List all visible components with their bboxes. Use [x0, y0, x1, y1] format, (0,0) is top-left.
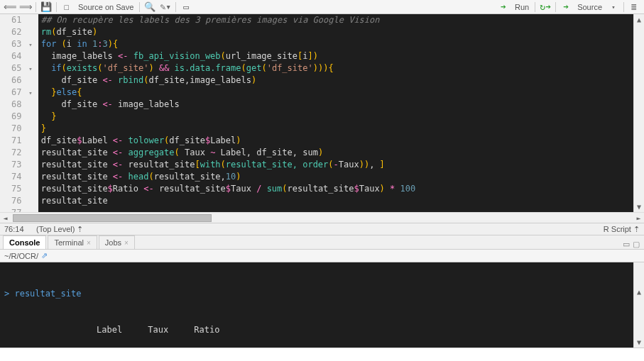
scroll-up-icon[interactable]: ▲: [634, 287, 644, 297]
toolbar-separator: [175, 2, 176, 12]
vertical-scrollbar[interactable]: ▲ ▼: [633, 14, 644, 212]
scroll-up-icon[interactable]: ▲: [634, 14, 644, 25]
scroll-left-icon[interactable]: ◄: [0, 213, 11, 223]
line-number: 64: [11, 50, 33, 62]
bottom-area: [0, 348, 644, 361]
popout-icon[interactable]: ⇗: [41, 251, 48, 260]
source-dropdown-icon[interactable]: ▾: [606, 1, 621, 13]
close-icon[interactable]: ×: [87, 239, 91, 247]
line-number: 65 ▾: [11, 62, 33, 74]
console-prompt: > resultat_site: [4, 289, 81, 299]
code-line[interactable]: df_site <- image_labels: [41, 99, 644, 111]
lang-arrows-icon: ⇡: [633, 225, 640, 233]
source-icon[interactable]: ➔: [559, 1, 573, 13]
toolbar-separator: [36, 2, 36, 12]
code-line[interactable]: resultat_site <- resultat_site[with(resu…: [41, 159, 644, 171]
save-icon[interactable]: 💾: [39, 1, 53, 13]
maximize-icon[interactable]: ▢: [633, 240, 640, 249]
line-number: 75: [11, 183, 33, 195]
toolbar-separator: [139, 2, 140, 12]
console-path: ~/R/OCR/: [4, 252, 38, 260]
code-line[interactable]: resultat_site$Ratio <- resultat_site$Tau…: [41, 183, 644, 195]
line-number: 63 ▾: [11, 38, 33, 50]
code-line[interactable]: ## On recupère les labels des 3 première…: [41, 14, 644, 26]
tab-jobs[interactable]: Jobs ×: [99, 235, 135, 249]
code-line[interactable]: resultat_site <- aggregate( Taux ~ Label…: [41, 147, 644, 159]
report-icon[interactable]: ▭: [179, 1, 193, 13]
minimize-icon[interactable]: ▭: [623, 240, 630, 249]
scope-arrows-icon: ⇡: [77, 225, 83, 233]
toolbar-separator: [555, 2, 556, 12]
code-line[interactable]: resultat_site: [41, 195, 644, 207]
checkbox-icon[interactable]: ☐: [60, 1, 74, 13]
scroll-down-icon[interactable]: ▼: [634, 337, 644, 348]
line-number: 69: [11, 111, 33, 123]
line-number: 77: [11, 207, 33, 212]
code-line[interactable]: for (i in 1:3){: [41, 38, 644, 50]
wand-icon[interactable]: ✎▾: [158, 1, 173, 13]
line-number: 62: [11, 26, 33, 38]
scope-selector[interactable]: (Top Level) ⇡: [36, 225, 604, 234]
toolbar-separator: [56, 2, 57, 12]
panel-tabs: Console Terminal × Jobs × ▭ ▢: [0, 235, 644, 250]
code-line[interactable]: image_labels <- fb_api_vision_web(url_im…: [41, 50, 644, 62]
scrollbar-thumb[interactable]: [13, 214, 212, 222]
scroll-down-icon[interactable]: ▼: [634, 201, 644, 212]
code-body[interactable]: ## On recupère les labels des 3 première…: [38, 14, 644, 212]
scroll-right-icon[interactable]: ►: [633, 213, 644, 223]
search-icon[interactable]: 🔍: [143, 1, 157, 13]
code-editor[interactable]: 61 62 63 ▾64 65 ▾66 67 ▾68 69 70 71 72 7…: [0, 14, 644, 223]
console-output[interactable]: > resultat_site Label Taux Ratio 16 t-sh…: [0, 262, 644, 348]
code-line[interactable]: df_site <- rbind(df_site,image_labels): [41, 74, 644, 87]
toolbar-separator: [623, 2, 624, 12]
line-number: 74: [11, 171, 33, 183]
table-header: Label Taux Ratio: [4, 324, 640, 336]
line-number: 76: [11, 195, 33, 207]
console-vertical-scrollbar[interactable]: ▲ ▼: [633, 262, 644, 348]
code-line[interactable]: }: [41, 123, 644, 135]
line-number: 66: [11, 74, 33, 87]
language-selector[interactable]: R Script ⇡: [604, 225, 640, 234]
line-number: 68: [11, 99, 33, 111]
line-number: 73: [11, 159, 33, 171]
close-icon[interactable]: ×: [124, 239, 129, 247]
code-line[interactable]: df_site$Label <- tolower(df_site$Label): [41, 135, 644, 147]
back-icon[interactable]: ⟸: [3, 1, 17, 13]
rerun-icon[interactable]: ↻➔: [538, 1, 552, 13]
tab-console[interactable]: Console: [3, 235, 46, 249]
code-line[interactable]: if(exists('df_site') && is.data.frame(ge…: [41, 62, 644, 74]
run-icon[interactable]: ➔: [496, 1, 511, 13]
line-gutter: 61 62 63 ▾64 65 ▾66 67 ▾68 69 70 71 72 7…: [0, 14, 38, 212]
run-label[interactable]: Run: [512, 3, 532, 11]
code-line[interactable]: }else{: [41, 87, 644, 99]
source-on-save-label[interactable]: Source on Save: [75, 3, 136, 11]
line-number: 61: [11, 14, 33, 26]
code-line[interactable]: [41, 207, 644, 212]
code-line[interactable]: rm(df_site): [41, 26, 644, 38]
editor-toolbar: ⟸ ⟹ 💾 ☐ Source on Save 🔍 ✎▾ ▭ ➔ Run ↻➔ ➔…: [0, 0, 644, 14]
toolbar-separator: [535, 2, 535, 12]
status-bar: 76:14 (Top Level) ⇡ R Script ⇡: [0, 223, 644, 235]
tab-terminal[interactable]: Terminal ×: [48, 235, 97, 249]
console-path-bar: ~/R/OCR/ ⇗: [0, 250, 644, 262]
forward-icon[interactable]: ⟹: [18, 1, 33, 13]
line-number: 70: [11, 123, 33, 135]
cursor-position: 76:14: [4, 225, 36, 233]
outline-icon[interactable]: ≣: [627, 1, 641, 13]
horizontal-scrollbar[interactable]: ◄ ►: [0, 212, 644, 223]
line-number: 67 ▾: [11, 87, 33, 99]
code-line[interactable]: resultat_site <- head(resultat_site,10): [41, 171, 644, 183]
line-number: 71: [11, 135, 33, 147]
code-line[interactable]: }: [41, 111, 644, 123]
line-number: 72: [11, 147, 33, 159]
source-label[interactable]: Source: [574, 3, 605, 11]
